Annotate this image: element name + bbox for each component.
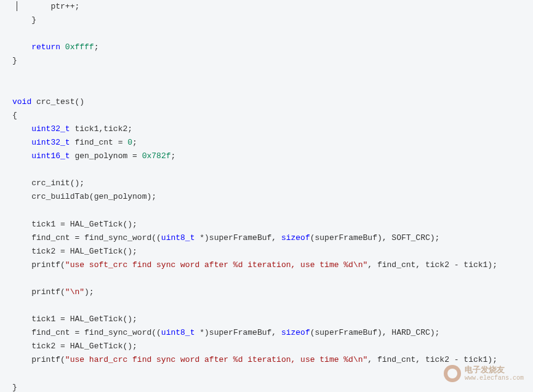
code-text: } [31, 15, 36, 25]
watermark-url: www.elecfans.com [465, 375, 524, 382]
type-uint8: uint8_t [161, 233, 195, 242]
code-text: ; [94, 42, 99, 52]
code-text: tick1 = HAL_GetTick(); [31, 220, 137, 229]
code-block: ptr++; } return 0xffff; } void crc_test(… [12, 0, 533, 392]
watermark-brand-name: 电子发烧友 [465, 365, 524, 375]
text-cursor [17, 1, 17, 11]
watermark-logo-icon [444, 365, 461, 382]
code-text: gen_polynom = [70, 151, 142, 161]
code-text: tick2 = HAL_GetTick(); [31, 247, 137, 256]
string-literal: "use hard_crc find sync word after %d it… [65, 355, 367, 364]
code-text: ); [84, 287, 94, 297]
code-text: } [12, 56, 17, 65]
code-text: ; [132, 138, 137, 147]
code-text: find_cnt = find_sync_word(( [31, 328, 161, 337]
string-literal: "\n" [65, 287, 84, 297]
code-text: } [12, 383, 17, 392]
code-text: , find_cnt, tick2 - tick1); [367, 260, 497, 270]
type-uint32: uint32_t [31, 124, 70, 134]
code-text: *)superFrameBuf, [194, 328, 281, 337]
code-text: tick2 = HAL_GetTick(); [31, 342, 137, 351]
code-text: (superFrameBuf), HARD_CRC); [310, 328, 440, 337]
watermark: 电子发烧友 www.elecfans.com [444, 365, 524, 382]
code-text: (superFrameBuf), SOFT_CRC); [310, 233, 440, 242]
code-text: crc_buildTab(gen_polynom); [31, 192, 156, 201]
type-uint32: uint32_t [31, 138, 70, 147]
keyword-sizeof: sizeof [281, 233, 310, 242]
code-text: find_cnt = [70, 138, 128, 147]
code-text: { [12, 111, 17, 120]
code-text: ; [170, 151, 175, 161]
keyword-void: void [12, 97, 31, 106]
code-text: *)superFrameBuf, [194, 233, 281, 242]
type-uint8: uint8_t [161, 328, 195, 337]
code-text: , find_cnt, tick2 - tick1); [367, 355, 497, 364]
code-text: printf( [31, 260, 65, 270]
number-literal: 0 [127, 138, 132, 147]
keyword-sizeof: sizeof [281, 328, 310, 337]
string-literal: "use soft_crc find sync word after %d it… [65, 260, 367, 270]
code-text: printf( [31, 287, 65, 297]
code-text: tick1 = HAL_GetTick(); [31, 314, 137, 324]
code-text: printf( [31, 355, 65, 364]
code-text: ptr++; [50, 2, 79, 11]
function-name: crc_test() [31, 97, 84, 106]
keyword-return: return [31, 42, 60, 52]
number-literal: 0xffff [65, 42, 94, 52]
number-literal: 0x782f [142, 151, 171, 161]
code-text: tick1,tick2; [70, 124, 132, 134]
watermark-text-group: 电子发烧友 www.elecfans.com [465, 365, 524, 382]
code-text: find_cnt = find_sync_word(( [31, 233, 161, 242]
type-uint16: uint16_t [31, 151, 70, 161]
code-text: crc_init(); [31, 178, 84, 188]
